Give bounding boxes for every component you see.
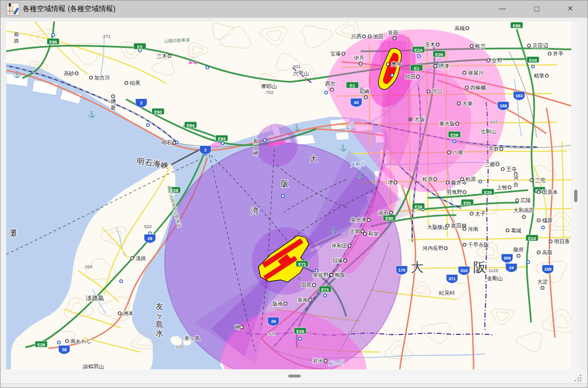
svg-text:163: 163 [515,93,522,98]
place-marker [522,216,525,218]
place-marker [313,284,316,286]
title-bar[interactable]: 各種空域情報 (各種空域情報) — □ ✕ [0,0,588,18]
map-label: ·702 [264,90,273,95]
svg-text:摂津: 摂津 [439,63,449,69]
place-marker [390,211,393,214]
place-marker [537,251,540,254]
map-label: ·271 [102,34,111,39]
svg-text:大淀: 大淀 [537,279,548,285]
route-shield: E24 [526,235,538,241]
svg-text:岬: 岬 [235,324,240,330]
vertical-scrollbar-thumb[interactable] [574,190,577,202]
place-marker [516,199,519,202]
route-shield: 169 [542,265,554,274]
svg-text:大和高田: 大和高田 [513,207,534,213]
svg-text:柏原: 柏原 [465,176,476,182]
svg-text:加古川: 加古川 [94,75,110,80]
close-button[interactable]: ✕ [560,0,581,17]
map-viewport[interactable]: ⚓⚓⚓⚓⚓⚓ E95E2E93E93E9422E2828E2828E2AE1E1… [6,22,571,369]
svg-text:高取: 高取 [542,250,553,255]
svg-text:淡路島: 淡路島 [86,295,104,302]
route-shield: E71 [319,286,331,292]
svg-text:河合: 河合 [513,175,519,187]
map-label: 金剛山 [487,275,503,281]
place-marker [362,35,365,38]
horizontal-scrollbar[interactable] [1,369,588,383]
place-marker [463,243,466,246]
svg-text:E1: E1 [414,66,419,71]
place-marker [461,178,464,181]
svg-text:2: 2 [140,101,142,105]
svg-text:播磨: 播磨 [111,98,116,111]
map-label: 紀見峠 [439,290,455,296]
svg-text:東大阪: 東大阪 [439,121,455,126]
svg-text:田尻: 田尻 [301,282,312,288]
svg-text:上牧: 上牧 [497,184,508,190]
svg-text:43: 43 [354,100,359,105]
place-marker [324,359,327,362]
svg-text:灘: 灘 [9,229,17,237]
svg-text:御所: 御所 [513,247,524,252]
svg-text:河南: 河南 [468,226,478,232]
vertical-scrollbar[interactable] [572,22,580,369]
minimize-button[interactable]: — [492,0,513,17]
svg-text:池田: 池田 [373,34,384,39]
svg-text:西宮: 西宮 [325,81,336,87]
svg-text:E71: E71 [321,287,329,292]
place-marker [470,212,473,215]
route-shield: E93 [152,108,164,114]
svg-text:紀の川: 紀の川 [328,360,344,366]
svg-text:友ヶ島水: 友ヶ島水 [156,302,164,337]
svg-text:·1125: ·1125 [487,268,498,273]
resize-grip-icon[interactable] [575,375,581,381]
map-label: ·522 [143,224,152,229]
place-marker [463,191,466,194]
place-marker [168,55,171,57]
anchor-icon: ⚓ [293,124,301,132]
svg-text:箕面: 箕面 [388,30,398,35]
svg-text:E24: E24 [528,236,536,241]
place-marker [330,88,333,91]
route-shield: 24 [506,263,517,273]
svg-text:姫路: 姫路 [14,31,19,44]
maximize-button[interactable]: □ [526,0,547,17]
svg-text:28: 28 [147,236,152,241]
horizontal-scrollbar-thumb[interactable] [288,375,301,377]
svg-text:太子: 太子 [475,211,486,217]
route-shield: 371 [446,274,458,284]
route-shield: E26 [412,203,425,209]
place-marker [549,240,552,243]
place-marker [284,302,287,305]
svg-text:諭鶴羽山: 諭鶴羽山 [83,364,104,369]
svg-text:E71: E71 [298,262,306,267]
route-shield: 163 [513,91,525,101]
svg-text:大東: 大東 [462,101,473,106]
svg-text:E95: E95 [49,40,57,45]
svg-text:田原本: 田原本 [542,189,558,195]
place-marker [368,35,371,38]
place-marker [344,259,347,262]
place-marker [463,71,466,74]
route-shield: E95 [47,38,59,45]
svg-text:王寺: 王寺 [506,166,517,172]
svg-text:葛城: 葛城 [511,228,521,233]
route-shield: 28 [144,234,156,243]
place-marker [537,219,540,222]
svg-text:E90: E90 [385,216,393,221]
svg-text:E26: E26 [435,52,443,57]
svg-text:紀見峠: 紀見峠 [439,290,455,296]
route-shield: E89 [510,22,523,28]
svg-text:170: 170 [398,268,405,273]
svg-text:371: 371 [448,276,455,281]
route-shield: 43 [351,98,362,107]
route-shield: E26 [294,328,306,334]
svg-text:淡路: 淡路 [136,255,146,261]
map-label: 灘 [9,229,17,237]
svg-text:28: 28 [62,347,67,352]
route-shield: E26 [448,131,461,137]
route-shield: E1 [410,65,423,71]
svg-text:169: 169 [544,267,551,272]
route-shield: E94 [184,122,197,128]
svg-text:橿原: 橿原 [542,217,553,223]
svg-text:309: 309 [503,256,510,261]
